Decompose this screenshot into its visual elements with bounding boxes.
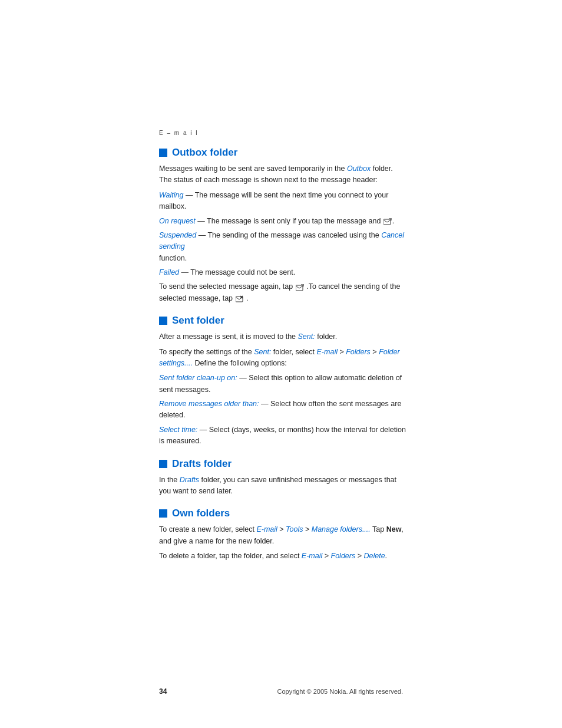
sent-specify4: > [371, 348, 379, 356]
suspended-term-line: Suspended — The sending of the message w… [159, 230, 406, 264]
sent-heading: Sent folder [159, 315, 406, 327]
page-number: 34 [159, 687, 167, 696]
sent-specify-link1: Sent: [254, 348, 271, 356]
delete-link1: E-mail [302, 552, 322, 560]
sent-specify1: To specify the settings of the [159, 348, 254, 356]
section-label: E – m a i l [159, 130, 406, 136]
outbox-intro: Messages waiting to be sent are saved te… [159, 163, 406, 186]
on-request-term-line: On request — The message is sent only if… [159, 216, 406, 227]
suspended-def2: function. [159, 254, 187, 262]
outbox-heading: Outbox folder [159, 147, 406, 159]
drafts-intro: In the Drafts folder, you can save unfin… [159, 475, 406, 498]
page: E – m a i l Outbox folder Messages waiti… [0, 0, 562, 728]
own-heading: Own folders [159, 508, 406, 519]
select-term-line: Select time: — Select (days, weeks, or m… [159, 424, 406, 447]
create2: > [277, 525, 286, 533]
sent-specify2: folder, select [271, 348, 316, 356]
failed-def: — The message could not be sent. [179, 268, 295, 276]
delete4: . [385, 552, 387, 560]
drafts-heading-text: Drafts folder [172, 458, 232, 470]
clean-term-line: Sent folder clean-up on: — Select this o… [159, 373, 406, 396]
sent-specify3: > [338, 348, 346, 356]
failed-term-line: Failed — The message could not be sent. [159, 267, 406, 278]
drafts-intro1: In the [159, 476, 180, 484]
suspended-def: — The sending of the message was cancele… [196, 231, 381, 239]
sent-specify5: Define the following options: [193, 359, 287, 367]
outbox-link: Outbox [347, 164, 371, 173]
create-link1: E-mail [256, 525, 277, 533]
outbox-intro3: The status of each message is shown next… [159, 176, 378, 184]
delete-link3: Delete [363, 552, 385, 560]
suspended-term: Suspended [159, 231, 196, 239]
drafts-heading: Drafts folder [159, 458, 406, 470]
resend-text3: . [246, 294, 248, 302]
create3: > [303, 525, 311, 533]
delete-link2: Folders [331, 552, 356, 560]
resend-send-icon [296, 284, 304, 291]
content-area: E – m a i l Outbox folder Messages waiti… [159, 130, 406, 565]
create1: To create a new folder, select [159, 525, 256, 533]
resend-paragraph: To send the selected message again, tap … [159, 281, 406, 304]
own-heading-text: Own folders [172, 508, 230, 519]
drafts-heading-icon [159, 460, 167, 468]
send-icon [384, 218, 392, 225]
sent-specify-link2: E-mail [317, 348, 338, 356]
outbox-heading-text: Outbox folder [172, 147, 237, 159]
delete-paragraph: To delete a folder, tap the folder, and … [159, 551, 406, 562]
waiting-term: Waiting [159, 191, 183, 199]
delete1: To delete a folder, tap the folder, and … [159, 552, 302, 560]
clean-term: Sent folder clean-up on: [159, 374, 237, 382]
failed-term: Failed [159, 268, 179, 276]
on-request-term: On request [159, 217, 196, 225]
sent-intro: After a message is sent, it is moved to … [159, 331, 406, 342]
sent-specify: To specify the settings of the Sent: fol… [159, 347, 406, 370]
create4: Tap [371, 525, 386, 533]
sent-specify-link3: Folders [346, 348, 371, 356]
select-term: Select time: [159, 426, 197, 434]
own-heading-icon [159, 509, 167, 518]
copyright: Copyright © 2005 Nokia. All rights reser… [277, 688, 403, 695]
delete2: > [322, 552, 330, 560]
create-link3: Manage folders.... [312, 525, 371, 533]
remove-term-line: Remove messages older than: — Select how… [159, 398, 406, 421]
waiting-term-line: Waiting — The message will be sent the n… [159, 190, 406, 213]
outbox-intro2: folder. [371, 164, 393, 173]
drafts-link: Drafts [180, 476, 199, 484]
outbox-intro1: Messages waiting to be sent are saved te… [159, 164, 347, 173]
remove-term: Remove messages older than: [159, 400, 259, 408]
on-request-period: . [392, 217, 394, 225]
resend-text1: To send the selected message again, tap [159, 282, 295, 291]
sent-link: Sent: [298, 332, 315, 341]
outbox-heading-icon [159, 149, 167, 157]
create-bold: New [386, 525, 402, 533]
waiting-def: — The message will be sent the next time… [159, 191, 388, 210]
sent-intro2: folder. [315, 332, 338, 341]
cancel-send-icon [236, 295, 244, 302]
on-request-def: — The message is sent only if you tap th… [196, 217, 383, 225]
delete3: > [355, 552, 363, 560]
sent-heading-icon [159, 317, 167, 325]
footer: 34 Copyright © 2005 Nokia. All rights re… [159, 687, 403, 696]
create-link2: Tools [286, 525, 303, 533]
sent-intro1: After a message is sent, it is moved to … [159, 332, 298, 341]
sent-heading-text: Sent folder [172, 315, 224, 327]
create-paragraph: To create a new folder, select E-mail > … [159, 524, 406, 547]
